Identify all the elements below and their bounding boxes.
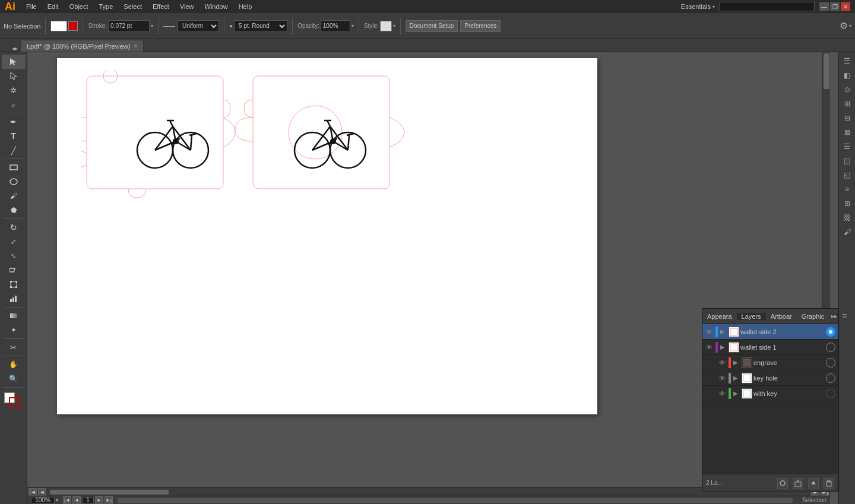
- extras-icon[interactable]: ⚙: [840, 20, 848, 31]
- maximize-button[interactable]: ❐: [830, 2, 840, 11]
- eyedropper-tool[interactable]: ✦: [2, 323, 26, 337]
- v-scroll-thumb[interactable]: [824, 53, 829, 89]
- brush-panel-btn2[interactable]: 🖌: [841, 226, 854, 239]
- stroke-dropdown-arrow[interactable]: ▾: [151, 23, 153, 28]
- last-artboard-btn[interactable]: ►|: [104, 496, 113, 505]
- search-input[interactable]: [720, 2, 815, 11]
- uniform-select[interactable]: Uniform: [178, 20, 219, 32]
- tab-graphic[interactable]: Graphic: [797, 313, 829, 320]
- menu-file[interactable]: File: [21, 2, 42, 11]
- menu-type[interactable]: Type: [94, 2, 118, 11]
- new-sublayer-btn[interactable]: [793, 478, 803, 489]
- gradient-panel-btn[interactable]: ◫: [841, 154, 854, 167]
- menu-help[interactable]: Help: [234, 2, 257, 11]
- layer-row-with-key[interactable]: 👁 ▶ with key: [702, 386, 838, 401]
- free-transform-tool[interactable]: [2, 277, 26, 291]
- brush-select[interactable]: 5 pt. Round: [234, 20, 287, 32]
- menu-object[interactable]: Object: [65, 2, 93, 11]
- extras-dropdown-arrow[interactable]: ▾: [849, 23, 851, 28]
- rotate-tool[interactable]: ↻: [2, 220, 26, 234]
- target-engrave[interactable]: [826, 358, 835, 367]
- stroke-input[interactable]: [108, 20, 150, 32]
- hand-tool[interactable]: ✋: [2, 357, 26, 372]
- move-selection-to-layer-btn[interactable]: [808, 478, 819, 489]
- zoom-input[interactable]: [31, 497, 55, 504]
- panel-menu-btn[interactable]: ☰: [840, 313, 850, 319]
- appearance-panel-btn[interactable]: ☰: [841, 55, 854, 68]
- expand-key-hole[interactable]: ▶: [731, 375, 740, 381]
- panel-expand-btn[interactable]: ▸▸: [829, 313, 840, 319]
- brush-tool[interactable]: 🖌: [2, 189, 26, 203]
- zoom-tool[interactable]: 🔍: [2, 372, 26, 386]
- layer-row-wallet-side-1[interactable]: 👁 ▶ wallet side 1: [702, 340, 838, 355]
- layer-row-wallet-side-2[interactable]: 👁 ▶ wallet side 2: [702, 324, 838, 340]
- pen-tool[interactable]: ✒: [2, 115, 26, 129]
- layer-row-engrave[interactable]: 👁 ▶ engrave: [702, 355, 838, 370]
- tab-close-button[interactable]: ×: [134, 43, 137, 49]
- essentials-button[interactable]: Essentials ▾: [681, 3, 715, 10]
- delete-layer-btn[interactable]: [824, 478, 834, 489]
- minimize-button[interactable]: —: [819, 2, 829, 11]
- scale-tool[interactable]: ⤡: [2, 249, 26, 263]
- document-setup-button[interactable]: Document Setup: [406, 20, 458, 32]
- menu-window[interactable]: Window: [200, 2, 233, 11]
- target-wallet-side-2[interactable]: [826, 327, 835, 337]
- align-panel-btn[interactable]: ⊟: [841, 112, 854, 125]
- profiles-panel-btn[interactable]: ◧: [841, 69, 854, 82]
- new-layer-from-selection-btn[interactable]: [777, 478, 788, 489]
- close-button[interactable]: ✕: [841, 2, 850, 11]
- expand-wallet-side-1[interactable]: ▶: [718, 344, 727, 350]
- eye-key-hole[interactable]: 👁: [715, 375, 729, 382]
- preferences-button[interactable]: Preferences: [460, 20, 501, 32]
- menu-effect[interactable]: Effect: [148, 2, 174, 11]
- first-page-btn[interactable]: |◄: [28, 488, 37, 496]
- transparency-panel-btn[interactable]: ◱: [841, 169, 854, 182]
- expand-with-key[interactable]: ▶: [731, 390, 740, 397]
- prev-artboard-btn[interactable]: ◄: [72, 496, 81, 505]
- menu-select[interactable]: Select: [119, 2, 147, 11]
- style-dropdown-arrow[interactable]: ▾: [393, 23, 395, 28]
- warp-tool[interactable]: ⤢: [2, 234, 26, 249]
- tab-appearance[interactable]: Appeara: [702, 313, 737, 320]
- opacity-dropdown-arrow[interactable]: ▾: [352, 23, 354, 28]
- shear-tool[interactable]: [2, 263, 26, 277]
- find-panel-btn[interactable]: ⊙: [841, 83, 854, 96]
- pathfinder-panel-btn[interactable]: ⊠: [841, 126, 854, 139]
- line-tool[interactable]: ╱: [2, 143, 26, 157]
- h-scroll-thumb[interactable]: [50, 490, 169, 495]
- layers-panel-btn[interactable]: ≡: [841, 183, 854, 196]
- tab-layers[interactable]: Layers: [737, 313, 766, 320]
- first-artboard-btn[interactable]: |◄: [63, 496, 71, 505]
- target-wallet-side-1[interactable]: [826, 343, 835, 352]
- prev-page-btn[interactable]: ◄: [38, 488, 46, 496]
- zoom-dropdown[interactable]: ▾: [56, 497, 58, 503]
- eye-wallet-side-1[interactable]: 👁: [702, 344, 715, 351]
- target-with-key[interactable]: [826, 389, 835, 398]
- panel-toggle-btn[interactable]: ◂▸: [12, 45, 18, 52]
- transform-panel-btn[interactable]: ⊞: [841, 97, 854, 110]
- stroke-color-swatch[interactable]: [68, 21, 78, 31]
- blob-brush-tool[interactable]: ⬟: [2, 203, 26, 217]
- gradient-tool[interactable]: [2, 309, 26, 323]
- eye-wallet-side-2[interactable]: 👁: [702, 328, 715, 335]
- eye-with-key[interactable]: 👁: [715, 390, 729, 397]
- page-input[interactable]: [82, 497, 94, 504]
- menu-view[interactable]: View: [175, 2, 199, 11]
- opacity-input[interactable]: [321, 20, 350, 32]
- magic-wand-tool[interactable]: ✲: [2, 83, 26, 97]
- expand-wallet-side-2[interactable]: ▶: [718, 328, 727, 335]
- stroke-panel-btn[interactable]: ☰: [841, 140, 854, 153]
- next-artboard-btn[interactable]: ►: [95, 496, 103, 505]
- artboards-panel-btn[interactable]: ⊞: [841, 197, 854, 210]
- ellipse-tool[interactable]: [2, 175, 26, 189]
- eye-engrave[interactable]: 👁: [715, 359, 729, 366]
- style-swatch[interactable]: [380, 21, 392, 31]
- expand-engrave[interactable]: ▶: [731, 359, 740, 366]
- type-tool[interactable]: T: [2, 129, 26, 143]
- document-tab[interactable]: t.pdf* @ 100% (RGB/Pixel Preview) ×: [20, 40, 144, 52]
- fill-swatch[interactable]: [50, 21, 67, 31]
- tab-artboard[interactable]: Artboar: [766, 313, 797, 320]
- scissors-tool[interactable]: ✂: [2, 340, 26, 354]
- target-key-hole[interactable]: [826, 373, 835, 383]
- menu-edit[interactable]: Edit: [43, 2, 64, 11]
